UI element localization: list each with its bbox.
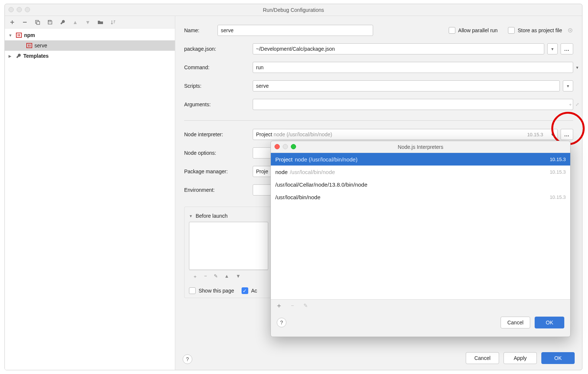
tree-node-npm[interactable]: ▼ npm <box>5 30 175 40</box>
svg-rect-1 <box>37 21 40 24</box>
add-icon[interactable] <box>9 19 15 25</box>
node-options-input[interactable] <box>253 147 271 158</box>
window-title: Run/Debug Configurations <box>263 7 324 13</box>
interpreter-row[interactable]: Project node (/usr/local/bin/node)10.15.… <box>271 153 570 166</box>
package-json-dropdown[interactable]: ▼ <box>547 43 558 54</box>
traffic-min-icon[interactable] <box>17 7 22 12</box>
expand-icon[interactable]: ⤢ <box>575 102 579 107</box>
tree-label: Templates <box>23 53 49 59</box>
interpreter-version: 10.15.3 <box>550 169 566 175</box>
scripts-dropdown[interactable]: ▼ <box>563 80 573 91</box>
checkbox-icon[interactable] <box>508 27 515 34</box>
config-tree[interactable]: ▼ npm serve ▶ Templates <box>5 29 175 370</box>
interpreters-list[interactable]: Project node (/usr/local/bin/node)10.15.… <box>271 153 570 299</box>
svg-point-4 <box>569 30 571 31</box>
wrench-icon[interactable] <box>60 19 66 25</box>
show-page-check[interactable]: Show this page <box>189 287 234 294</box>
insert-macro-icon[interactable]: + <box>569 102 572 107</box>
gear-icon[interactable] <box>567 27 573 33</box>
copy-icon[interactable] <box>34 19 40 25</box>
folder-icon[interactable] <box>97 19 103 25</box>
help-button[interactable]: ? <box>277 318 286 327</box>
traffic-max-icon[interactable] <box>291 144 296 149</box>
node-interpreter-select[interactable]: Project node (/usr/local/bin/node) 10.15… <box>253 129 558 140</box>
environment-label: Environment: <box>184 187 253 193</box>
scripts-input[interactable]: serve <box>253 80 560 91</box>
npm-icon <box>16 33 22 38</box>
ok-button[interactable]: OK <box>535 317 564 328</box>
wrench-icon <box>16 53 21 59</box>
node-interpreter-label: Node interpreter: <box>184 131 253 137</box>
store-project-check[interactable]: Store as project file <box>508 27 573 34</box>
interpreter-path: /usr/local/bin/node <box>290 169 335 175</box>
window-titlebar: Run/Debug Configurations <box>5 4 582 16</box>
traffic-close-icon[interactable] <box>9 7 14 12</box>
tree-node-serve[interactable]: serve <box>5 40 175 51</box>
name-input[interactable]: serve <box>217 25 373 36</box>
interpreter-version: 10.15.3 <box>550 194 566 200</box>
interpreter-label: /usr/local/bin/node <box>275 194 320 200</box>
move-down-icon[interactable]: ▼ <box>85 19 91 25</box>
node-interpreter-browse[interactable]: ... <box>561 129 573 140</box>
traffic-max-icon[interactable] <box>25 7 30 12</box>
move-down-icon[interactable]: ▼ <box>236 273 240 280</box>
traffic-min-icon[interactable] <box>283 144 288 149</box>
apply-button[interactable]: Apply <box>504 352 537 364</box>
traffic-close-icon[interactable] <box>275 144 280 149</box>
edit-icon[interactable]: ✎ <box>214 273 218 280</box>
arguments-input[interactable]: + ⤢ <box>253 99 573 110</box>
interpreter-path: node (/usr/local/bin/node) <box>295 156 358 163</box>
help-button[interactable]: ? <box>183 354 192 364</box>
activate-check[interactable]: ✓ Ac <box>242 287 257 294</box>
interpreter-version: 10.15.3 <box>550 157 566 162</box>
command-select[interactable]: run▼ <box>253 62 573 73</box>
package-json-browse[interactable]: ... <box>561 43 573 54</box>
cancel-button[interactable]: Cancel <box>466 352 499 364</box>
remove-icon[interactable]: − <box>204 273 207 280</box>
interpreters-title: Node.js Interpreters <box>398 144 444 150</box>
node-version: 10.15.3 <box>527 132 543 137</box>
collapse-icon[interactable]: ▼ <box>9 33 14 37</box>
tree-label: serve <box>34 43 47 49</box>
checkbox-icon[interactable] <box>189 287 196 294</box>
interpreter-label: /usr/local/Cellar/node/13.8.0/bin/node <box>275 181 368 188</box>
move-up-icon[interactable]: ▲ <box>72 19 78 25</box>
before-launch-toolbar: ＋ − ✎ ▲ ▼ <box>189 270 268 283</box>
name-label: Name: <box>184 27 217 33</box>
remove-icon[interactable] <box>22 19 28 25</box>
interpreter-row[interactable]: /usr/local/bin/node10.15.3 <box>271 191 570 203</box>
save-icon[interactable] <box>47 19 53 25</box>
interpreter-label: node <box>275 169 288 175</box>
edit-icon[interactable]: ✎ <box>303 303 309 308</box>
expand-icon[interactable]: ▶ <box>9 54 14 58</box>
interpreters-titlebar: Node.js Interpreters <box>271 141 570 153</box>
before-launch-section[interactable]: ▼ Before launch <box>189 213 268 219</box>
checkbox-icon[interactable] <box>449 27 455 34</box>
command-label: Command: <box>184 64 253 70</box>
configs-panel: ▲ ▼ ▼ npm serve <box>5 16 175 370</box>
chevron-down-icon: ▼ <box>551 133 554 137</box>
svg-rect-2 <box>49 20 51 22</box>
before-launch-list[interactable] <box>189 222 268 270</box>
move-up-icon[interactable]: ▲ <box>225 273 229 280</box>
interpreter-label: Project <box>275 156 293 163</box>
environment-input[interactable] <box>253 184 271 196</box>
collapse-icon[interactable]: ▼ <box>189 214 193 218</box>
remove-icon[interactable]: − <box>289 303 295 308</box>
package-manager-label: Package manager: <box>184 168 253 174</box>
tree-label: npm <box>24 32 35 38</box>
tree-node-templates[interactable]: ▶ Templates <box>5 51 175 61</box>
add-icon[interactable]: ＋ <box>276 303 282 308</box>
package-json-input[interactable]: ~/Development/Calc/package.json <box>253 43 544 54</box>
allow-parallel-check[interactable]: Allow parallel run <box>449 27 498 34</box>
interpreter-row[interactable]: node /usr/local/bin/node10.15.3 <box>271 166 570 178</box>
interpreter-row[interactable]: /usr/local/Cellar/node/13.8.0/bin/node <box>271 178 570 191</box>
npm-icon <box>26 43 32 48</box>
ok-button[interactable]: OK <box>541 352 575 364</box>
configs-toolbar: ▲ ▼ <box>5 16 175 29</box>
cancel-button[interactable]: Cancel <box>501 317 530 328</box>
sort-icon[interactable] <box>110 19 116 25</box>
add-icon[interactable]: ＋ <box>193 273 197 280</box>
checkbox-checked-icon[interactable]: ✓ <box>242 287 248 294</box>
divider <box>184 120 573 121</box>
